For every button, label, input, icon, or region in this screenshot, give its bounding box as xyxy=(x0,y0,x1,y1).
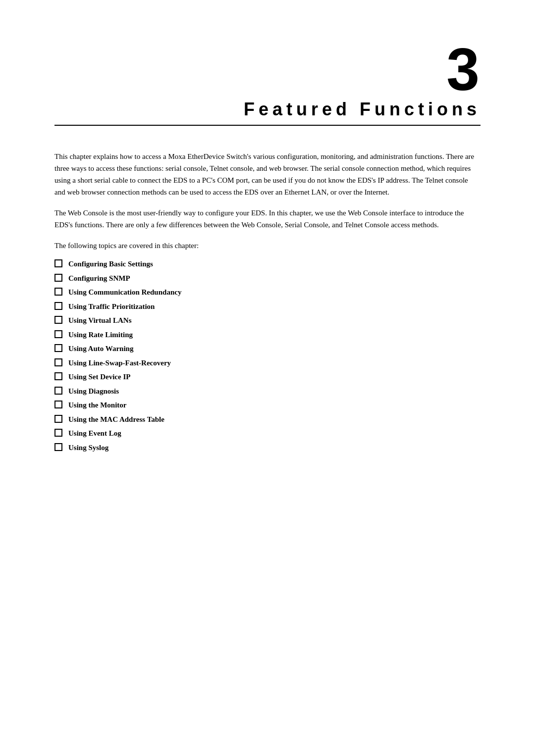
checkbox-icon xyxy=(54,302,62,310)
checkbox-icon xyxy=(54,372,62,380)
intro-paragraph-1: This chapter explains how to access a Mo… xyxy=(54,151,481,198)
checkbox-icon xyxy=(54,316,62,324)
checkbox-icon xyxy=(54,330,62,338)
list-item: Using Set Device IP xyxy=(54,371,481,383)
checkbox-icon xyxy=(54,415,62,423)
list-item: Using Rate Limiting xyxy=(54,329,481,341)
list-item: Using Syslog xyxy=(54,442,481,454)
checkbox-icon xyxy=(54,344,62,352)
chapter-number: 3 xyxy=(54,40,481,99)
list-item: Using Traffic Prioritization xyxy=(54,301,481,312)
checkbox-icon xyxy=(54,259,62,267)
topic-label: Configuring SNMP xyxy=(68,273,130,284)
topic-label: Using Event Log xyxy=(68,428,121,439)
topics-intro: The following topics are covered in this… xyxy=(54,240,481,252)
topic-list: Configuring Basic SettingsConfiguring SN… xyxy=(54,258,481,453)
checkbox-icon xyxy=(54,358,62,366)
list-item: Using Line-Swap-Fast-Recovery xyxy=(54,357,481,369)
intro-paragraph-2: The Web Console is the most user-friendl… xyxy=(54,207,481,231)
topic-label: Using Set Device IP xyxy=(68,371,130,383)
topic-label: Using Virtual LANs xyxy=(68,315,132,326)
list-item: Configuring SNMP xyxy=(54,273,481,284)
list-item: Using Auto Warning xyxy=(54,343,481,354)
list-item: Configuring Basic Settings xyxy=(54,258,481,270)
topic-label: Using Rate Limiting xyxy=(68,329,133,341)
list-item: Using Diagnosis xyxy=(54,386,481,397)
checkbox-icon xyxy=(54,443,62,451)
chapter-title: Featured Functions xyxy=(54,99,481,120)
page: 3 Featured Functions This chapter explai… xyxy=(0,0,535,756)
topic-label: Using Diagnosis xyxy=(68,386,119,397)
checkbox-icon xyxy=(54,401,62,408)
list-item: Using Virtual LANs xyxy=(54,315,481,326)
topic-label: Using Syslog xyxy=(68,442,108,454)
topic-label: Using Communication Redundancy xyxy=(68,287,181,298)
topic-label: Using the MAC Address Table xyxy=(68,414,164,425)
list-item: Using Communication Redundancy xyxy=(54,287,481,298)
topic-label: Using Traffic Prioritization xyxy=(68,301,155,312)
topic-label: Using the Monitor xyxy=(68,400,127,411)
checkbox-icon xyxy=(54,429,62,437)
checkbox-icon xyxy=(54,387,62,395)
title-divider xyxy=(54,125,481,126)
list-item: Using Event Log xyxy=(54,428,481,439)
checkbox-icon xyxy=(54,274,62,282)
topic-label: Using Auto Warning xyxy=(68,343,133,354)
list-item: Using the MAC Address Table xyxy=(54,414,481,425)
topic-label: Configuring Basic Settings xyxy=(68,258,153,270)
topic-label: Using Line-Swap-Fast-Recovery xyxy=(68,357,171,369)
checkbox-icon xyxy=(54,288,62,296)
list-item: Using the Monitor xyxy=(54,400,481,411)
